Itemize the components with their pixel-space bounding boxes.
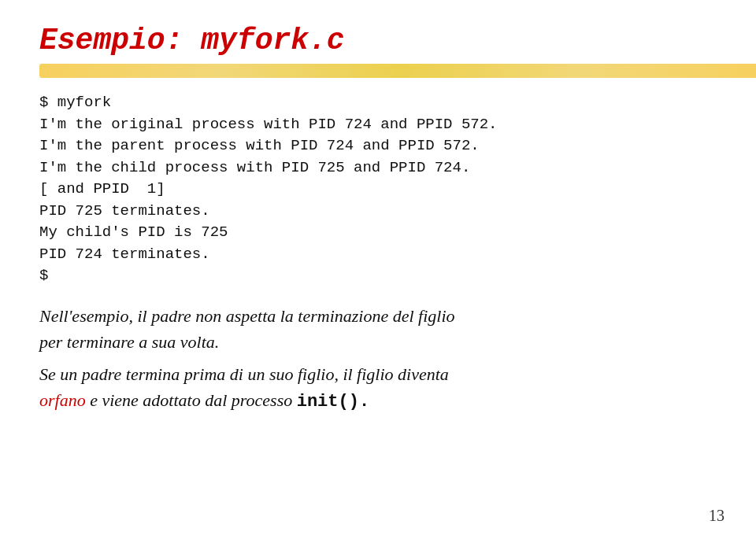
prose-paragraph-1: Nell'esempio, il padre non aspetta la te… (39, 303, 717, 355)
orfano-word: orfano (39, 390, 86, 410)
init-code: init(). (297, 392, 369, 412)
slide-title: Esempio: myfork.c (39, 24, 717, 57)
code-line-2: I'm the original process with PID 724 an… (39, 114, 717, 136)
code-line-6: PID 725 terminates. (39, 201, 717, 223)
title-highlight-bar (39, 64, 756, 78)
prose-section: Nell'esempio, il padre non aspetta la te… (39, 303, 717, 415)
code-line-3: I'm the parent process with PID 724 and … (39, 135, 717, 157)
prose-paragraph-2-after: e viene adottato dal processo (86, 390, 297, 410)
code-line-8: PID 724 terminates. (39, 244, 717, 266)
prose-paragraph-2: Se un padre termina prima di un suo figl… (39, 361, 717, 415)
code-line-7: My child's PID is 725 (39, 222, 717, 244)
slide-container: Esempio: myfork.c $ myfork I'm the origi… (0, 0, 756, 539)
code-line-1: $ myfork (39, 92, 717, 114)
code-line-4: I'm the child process with PID 725 and P… (39, 157, 717, 179)
code-line-5: [ and PPID 1] (39, 179, 717, 201)
code-block: $ myfork I'm the original process with P… (39, 92, 717, 287)
code-line-9: $ (39, 265, 717, 287)
page-number: 13 (709, 507, 724, 525)
